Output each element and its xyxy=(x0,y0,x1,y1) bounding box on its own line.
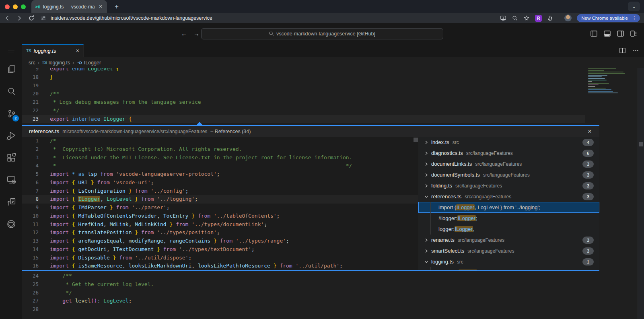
chevron-down-icon[interactable] xyxy=(423,259,430,264)
chevron-right-icon[interactable] xyxy=(423,162,430,167)
window-zoom-button[interactable] xyxy=(21,4,26,9)
reference-preview-row[interactable]: #logger: ILogger; xyxy=(418,213,599,224)
code-line-26[interactable]: 26 */ xyxy=(22,289,585,297)
code-line-5[interactable]: 5import * as lsp from 'vscode-languagese… xyxy=(22,170,418,179)
code-line-6[interactable]: 6import { URI } from 'vscode-uri'; xyxy=(22,179,418,187)
breadcrumb-file[interactable]: TS logging.ts xyxy=(42,60,70,66)
reference-file-row[interactable]: references.tssrc/languageFeatures3 xyxy=(418,191,599,202)
chevron-right-icon[interactable] xyxy=(423,173,430,177)
chevron-right-icon[interactable] xyxy=(423,238,430,243)
editor-tab-close-icon[interactable]: × xyxy=(76,47,79,54)
reference-preview-row[interactable]: import { ILogger, LogLevel } from '../lo… xyxy=(418,202,599,213)
activity-bar-remote-explorer-icon[interactable] xyxy=(0,169,22,191)
code-line-4[interactable]: 4 *-------------------------------------… xyxy=(22,162,418,170)
reference-file-row[interactable]: rename.tssrc/languageFeatures3 xyxy=(418,235,599,245)
profile-avatar[interactable] xyxy=(564,14,572,22)
window-close-button[interactable] xyxy=(5,4,10,9)
peek-code-editor[interactable]: 1/*-------------------------------------… xyxy=(22,137,418,270)
editor-scrollbar[interactable] xyxy=(638,68,644,319)
breadcrumb-symbol[interactable]: ILogger xyxy=(77,60,101,66)
reference-preview-row[interactable]: logger: ILogger, xyxy=(418,224,599,235)
chevron-down-icon[interactable] xyxy=(423,194,430,199)
extensions-puzzle-icon[interactable] xyxy=(547,15,553,21)
forward-icon[interactable] xyxy=(16,15,23,21)
editor-forward-icon[interactable]: → xyxy=(193,30,200,37)
back-icon[interactable] xyxy=(4,15,10,21)
peek-editor-scrollbar[interactable] xyxy=(414,138,418,142)
chevron-right-icon[interactable] xyxy=(423,140,430,145)
minimap[interactable] xyxy=(588,68,630,94)
reference-file-row[interactable]: index.tssrc4 xyxy=(418,137,599,148)
code-line-18[interactable]: 18} xyxy=(22,73,585,82)
code-line-14[interactable]: 14import { getDocUri, ITextDocument } fr… xyxy=(22,245,418,254)
code-line-9[interactable]: 9import { IMdParser } from '../parser'; xyxy=(22,204,418,212)
tab-search-chevron-icon[interactable]: ⌄ xyxy=(628,2,640,11)
peek-close-icon[interactable]: × xyxy=(586,128,594,135)
browser-menu-icon[interactable]: ⋮ xyxy=(630,15,638,21)
chrome-update-pill[interactable]: New Chrome available ⋮ xyxy=(577,14,640,22)
code-line-25[interactable]: 25 * Get the current log level. xyxy=(22,280,585,289)
code-line-11[interactable]: 11import { HrefKind, MdLink, MdLinkKind … xyxy=(22,220,418,229)
code-line-23[interactable]: 23export interface ILogger { xyxy=(22,115,585,123)
extension-r-icon[interactable]: R xyxy=(535,15,542,22)
toggle-sidebar-icon[interactable] xyxy=(590,30,598,37)
reference-file-row[interactable]: logging.tssrc1 xyxy=(418,256,599,267)
activity-bar-run-and-debug-icon[interactable] xyxy=(0,125,22,147)
code-line-21[interactable]: 21 * Logs debug messages from the langua… xyxy=(22,98,585,107)
code-line-13[interactable]: 13import { areRangesEqual, modifyRange, … xyxy=(22,237,418,245)
editor-back-icon[interactable]: ← xyxy=(181,30,187,37)
reload-icon[interactable] xyxy=(28,15,35,21)
editor-lines-below-peek[interactable]: 24 /**25 * Get the current log level.26 … xyxy=(22,272,585,314)
code-line-9[interactable]: 9export enum LogLevel { xyxy=(22,68,585,73)
code-line-22[interactable]: 22 */ xyxy=(22,107,585,115)
reference-file-row[interactable]: smartSelect.tssrc/languageFeatures3 xyxy=(418,245,599,256)
activity-bar-github-icon[interactable] xyxy=(0,213,22,235)
activity-bar-explorer-icon[interactable] xyxy=(0,58,22,80)
editor-tab-logging[interactable]: TS logging.ts × xyxy=(22,44,84,57)
code-line-10[interactable]: 10import { MdTableOfContentsProvider, To… xyxy=(22,212,418,220)
window-minimize-button[interactable] xyxy=(13,4,18,9)
code-line-12[interactable]: 12import { translatePosition } from '../… xyxy=(22,228,418,237)
code-line-8[interactable]: 8import { ILogger, LogLevel } from '../l… xyxy=(22,195,418,204)
code-line-1[interactable]: 1/*-------------------------------------… xyxy=(22,137,418,145)
chevron-right-icon[interactable] xyxy=(423,183,430,188)
site-info-icon[interactable] xyxy=(40,15,47,21)
chevron-right-icon[interactable] xyxy=(423,249,430,253)
reference-preview-row[interactable]: interface ILogger { xyxy=(418,267,599,270)
code-line-24[interactable]: 24 /** xyxy=(22,272,585,280)
code-line-16[interactable]: 16import { isSameResource, looksLikeMark… xyxy=(22,262,418,270)
editor-lines-above-peek[interactable]: 9export enum LogLevel {18}1920/**21 * Lo… xyxy=(22,68,585,125)
address-bar[interactable]: insiders.vscode.dev/github/microsoft/vsc… xyxy=(40,15,494,21)
breadcrumb-src[interactable]: src xyxy=(29,60,35,66)
browser-tab[interactable]: logging.ts — vscode-markdow × xyxy=(31,0,107,13)
code-line-3[interactable]: 3 * Licensed under the MIT License. See … xyxy=(22,154,418,162)
editor-scrollbar-thumb[interactable] xyxy=(639,142,643,146)
toggle-secondary-sidebar-icon[interactable] xyxy=(617,30,624,37)
code-line-15[interactable]: 15import { Disposable } from '../util/di… xyxy=(22,254,418,262)
reference-file-row[interactable]: folding.tssrc/languageFeatures3 xyxy=(418,180,599,191)
activity-bar-github-pull-requests-icon[interactable] xyxy=(0,191,22,213)
code-line-19[interactable]: 19 xyxy=(22,82,585,90)
reference-file-row[interactable]: documentSymbols.tssrc/languageFeatures3 xyxy=(418,169,599,180)
code-line-7[interactable]: 7import { LsConfiguration } from '../con… xyxy=(22,187,418,196)
command-center[interactable]: vscode-markdown-languageservice [GitHub] xyxy=(201,28,443,39)
code-line-28[interactable]: 28 xyxy=(22,305,585,314)
install-app-icon[interactable] xyxy=(500,15,506,21)
reference-file-row[interactable]: diagnostics.tssrc/languageFeatures6 xyxy=(418,148,599,158)
code-line-2[interactable]: 2 * Copyright (c) Microsoft Corporation.… xyxy=(22,145,418,154)
chevron-right-icon[interactable] xyxy=(423,151,430,156)
customize-layout-icon[interactable] xyxy=(630,30,638,37)
zoom-icon[interactable] xyxy=(512,15,518,21)
code-line-20[interactable]: 20/** xyxy=(22,90,585,98)
bookmark-star-icon[interactable] xyxy=(523,15,530,21)
new-tab-button[interactable]: + xyxy=(112,3,121,11)
split-editor-icon[interactable] xyxy=(619,47,626,54)
code-line-27[interactable]: 27 get level(): LogLevel; xyxy=(22,297,585,305)
menu-hamburger-icon[interactable] xyxy=(8,44,14,58)
activity-bar-source-control-icon[interactable]: 2 xyxy=(0,103,22,125)
code-editor[interactable]: 9export enum LogLevel {18}1920/**21 * Lo… xyxy=(22,68,644,319)
toggle-panel-icon[interactable] xyxy=(603,30,611,37)
reference-file-row[interactable]: documentLinks.tssrc/languageFeatures3 xyxy=(418,158,599,169)
activity-bar-extensions-icon[interactable] xyxy=(0,147,22,169)
more-actions-icon[interactable] xyxy=(632,47,639,54)
